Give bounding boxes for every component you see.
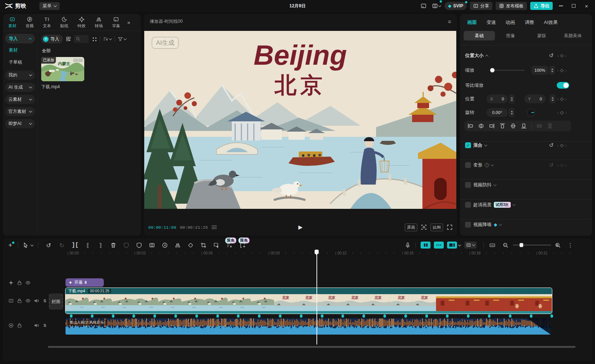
nav-mine[interactable]: 我的 (5, 71, 35, 80)
blend-checkbox[interactable]: ✓ (465, 142, 471, 148)
video-clip[interactable]: 下载.mp4 00:00:21:25 北京北京北京北京北京北京北京香香 (65, 288, 552, 314)
rotate-field[interactable]: 0.00° (486, 108, 508, 117)
playhead-handle[interactable] (315, 250, 319, 254)
beat-marker[interactable] (362, 314, 365, 318)
chevron-down-icon[interactable] (484, 143, 487, 146)
position-x-stepper[interactable] (509, 94, 514, 103)
filter-all-label[interactable]: 全部 (42, 48, 137, 54)
delete-right-button[interactable]: ⟧ (97, 242, 104, 249)
speaker-icon[interactable] (33, 322, 39, 328)
beat-marker[interactable] (404, 314, 407, 318)
horizontal-scrollbar[interactable] (48, 346, 575, 348)
position-y-stepper[interactable] (550, 94, 555, 103)
tab-picture[interactable]: 画面 (467, 19, 477, 26)
menu-button[interactable]: 菜单 (39, 2, 60, 10)
preview-axis-toggle[interactable] (447, 242, 457, 249)
beat-marker[interactable] (279, 314, 281, 318)
beat-marker[interactable] (70, 314, 72, 318)
eye-icon[interactable] (25, 280, 31, 286)
align-middle-icon[interactable] (510, 123, 516, 129)
beat-marker[interactable] (550, 314, 553, 318)
solo-button[interactable]: S (42, 322, 48, 328)
nav-cloud[interactable]: 云素材 (5, 95, 35, 104)
material-code-button[interactable] (66, 36, 71, 42)
align-center-h-icon[interactable] (478, 123, 484, 129)
enhance-checkbox[interactable] (465, 202, 471, 208)
deform-checkbox[interactable] (465, 162, 471, 168)
beat-marker[interactable] (509, 314, 511, 318)
slider-thumb[interactable] (490, 68, 495, 72)
add-media-button[interactable]: + (7, 242, 14, 249)
reset-icon[interactable]: ↺ (549, 142, 554, 149)
track-mode-button[interactable] (464, 242, 477, 249)
subtab-basic[interactable]: 基础 (464, 31, 495, 40)
beat-marker[interactable] (446, 314, 449, 318)
keyframe-controls[interactable]: ‹◇› (557, 53, 567, 58)
snap-toggle[interactable] (434, 242, 444, 249)
subtab-cutout[interactable]: 抠像 (495, 31, 526, 40)
rotate-stepper[interactable] (509, 108, 514, 117)
beat-marker[interactable] (530, 314, 532, 318)
mask-button[interactable] (135, 242, 143, 249)
tab-text[interactable]: TI文本 (38, 16, 56, 29)
scale-slider[interactable] (489, 70, 525, 71)
lock-icon[interactable] (17, 280, 22, 286)
align-bottom-icon[interactable] (521, 123, 527, 129)
zoom-in-icon[interactable] (554, 242, 562, 249)
eye-icon[interactable] (25, 298, 31, 304)
subtab-beauty[interactable]: 美颜美体 (557, 31, 588, 40)
keyframe-controls[interactable]: ‹◇› (557, 68, 567, 73)
beat-marker[interactable] (258, 314, 261, 318)
more-options-button[interactable]: ⋮ (567, 242, 574, 249)
playhead[interactable] (316, 250, 317, 345)
beat-marker[interactable] (383, 314, 386, 318)
delete-button[interactable] (110, 242, 117, 249)
rotate-knob[interactable] (527, 108, 535, 117)
replace-button[interactable] (213, 242, 220, 249)
reverse-button[interactable] (161, 242, 169, 249)
subtab-mask[interactable]: 蒙版 (526, 31, 557, 40)
media-item[interactable]: Neimenggu 内蒙古 已添加 00:36 下载.mp4 (41, 57, 84, 90)
scale-stepper[interactable] (549, 66, 555, 75)
position-x-field[interactable]: X0 (486, 94, 508, 103)
player-menu-icon[interactable]: ≡ (448, 18, 451, 25)
share-button[interactable]: 分享 (470, 2, 492, 10)
mirror-button[interactable] (174, 242, 181, 249)
scale-value[interactable]: 100% (531, 66, 548, 75)
filter-button[interactable] (118, 36, 126, 42)
close-button[interactable]: × (582, 1, 591, 11)
slider-thumb[interactable] (520, 243, 523, 247)
chevron-down-icon[interactable] (512, 203, 515, 206)
select-tool-button[interactable] (22, 242, 29, 249)
audio-clip[interactable]: 青山入画(古风纯音乐) (65, 318, 551, 335)
panel-layout-icon[interactable] (419, 1, 428, 11)
solo-button[interactable]: S (42, 298, 48, 304)
tab-audio[interactable]: 音频 (21, 16, 38, 29)
import-button[interactable]: +导入 (41, 35, 63, 43)
beat-marker[interactable] (91, 314, 93, 318)
zoom-out-icon[interactable] (502, 242, 509, 249)
beat-marker[interactable] (488, 314, 490, 318)
align-top-icon[interactable] (499, 123, 506, 129)
tab-ai-effects[interactable]: AI效果 (544, 19, 558, 26)
freeze-frame-button[interactable] (148, 242, 156, 249)
media-thumbnail[interactable]: Neimenggu 内蒙古 已添加 00:36 (41, 57, 84, 81)
tab-effects[interactable]: 特效 (73, 16, 90, 29)
view-mode-button[interactable] (92, 36, 97, 42)
preview-axis-chevron[interactable] (458, 242, 461, 249)
tab-adjust[interactable]: 调整 (525, 19, 534, 26)
link-preview-toggle[interactable] (421, 242, 431, 249)
more-tabs-button[interactable]: » (125, 19, 133, 25)
nav-import[interactable]: 导入 (5, 34, 35, 43)
tab-speed[interactable]: 变速 (486, 19, 496, 26)
shortcuts-button[interactable] (489, 242, 496, 249)
fullscreen-icon[interactable] (447, 224, 453, 230)
chevron-down-icon[interactable] (491, 163, 494, 166)
original-quality-button[interactable]: 原画 (405, 224, 417, 231)
sticker-clip[interactable]: 开幕 II (65, 278, 104, 287)
delete-left-button[interactable]: ⟦ (84, 242, 92, 249)
lock-icon[interactable] (17, 298, 22, 304)
keyframe-controls[interactable]: ‹◇› (557, 96, 567, 102)
tab-animation[interactable]: 动画 (506, 19, 515, 26)
export-button[interactable]: 导出 (530, 2, 553, 10)
